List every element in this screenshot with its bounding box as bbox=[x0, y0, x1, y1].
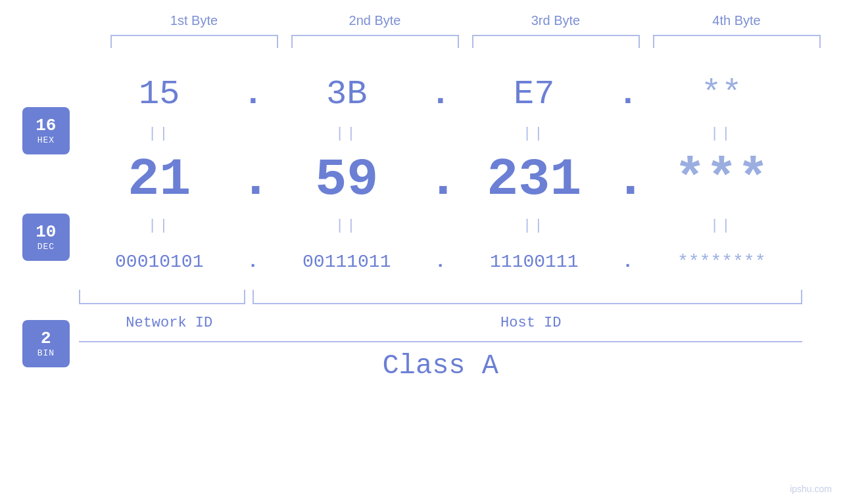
bracket-top-3 bbox=[472, 35, 640, 55]
bin-row: 00010101 . 00111011 . 11100111 . *******… bbox=[79, 239, 802, 285]
dec-dot3: . bbox=[615, 150, 641, 210]
byte-headers: 1st Byte 2nd Byte 3rd Byte 4th Byte bbox=[104, 13, 827, 28]
hex-badge-label: HEX bbox=[37, 135, 55, 145]
badges-column: 16 HEX 10 DEC 2 BIN bbox=[0, 68, 79, 382]
bin-b4: ******** bbox=[641, 252, 802, 272]
byte1-header: 1st Byte bbox=[104, 13, 285, 28]
dec-badge-number: 10 bbox=[36, 223, 56, 242]
equals-row-2: || || || || bbox=[79, 212, 802, 239]
hex-badge-number: 16 bbox=[36, 116, 56, 135]
eq1-b1: || bbox=[79, 126, 240, 142]
hex-dot1: . bbox=[240, 75, 266, 114]
class-label: Class A bbox=[79, 350, 802, 382]
dec-dot2: . bbox=[427, 150, 454, 210]
hex-dot2: . bbox=[427, 75, 454, 114]
bin-badge-label: BIN bbox=[37, 348, 55, 358]
id-labels: Network ID Host ID bbox=[79, 315, 802, 331]
eq2-b4: || bbox=[641, 218, 802, 234]
hex-dot3: . bbox=[615, 75, 641, 114]
dec-dot1: . bbox=[240, 150, 266, 210]
bin-badge: 2 BIN bbox=[22, 320, 70, 367]
content-section: 16 HEX 10 DEC 2 BIN 15 . 3B . E7 bbox=[0, 68, 845, 382]
hex-row: 15 . 3B . E7 . ** bbox=[79, 68, 802, 120]
eq2-b3: || bbox=[454, 218, 615, 234]
bin-dot3: . bbox=[615, 252, 641, 272]
dec-badge: 10 DEC bbox=[22, 214, 70, 261]
eq1-b4: || bbox=[641, 126, 802, 142]
top-brackets bbox=[104, 35, 827, 55]
dec-row: 21 . 59 . 231 . *** bbox=[79, 147, 802, 212]
byte3-header: 3rd Byte bbox=[466, 13, 646, 28]
dec-badge-label: DEC bbox=[37, 242, 55, 252]
hex-b4: ** bbox=[641, 75, 802, 114]
dec-b2: 59 bbox=[266, 150, 427, 210]
bin-b1: 00010101 bbox=[79, 252, 240, 272]
hex-b1: 15 bbox=[79, 75, 240, 114]
bin-b2: 00111011 bbox=[266, 252, 427, 272]
eq2-b2: || bbox=[266, 218, 427, 234]
eq1-b2: || bbox=[266, 126, 427, 142]
byte2-header: 2nd Byte bbox=[285, 13, 466, 28]
bin-b3: 11100111 bbox=[454, 252, 615, 272]
bin-badge-number: 2 bbox=[41, 329, 51, 348]
hex-b2: 3B bbox=[266, 75, 427, 114]
host-id-label: Host ID bbox=[260, 315, 802, 331]
bracket-top-2 bbox=[291, 35, 459, 55]
bracket-top-4 bbox=[653, 35, 821, 55]
class-line bbox=[79, 341, 802, 342]
bin-dot1: . bbox=[240, 252, 266, 272]
network-id-label: Network ID bbox=[79, 315, 260, 331]
dec-b4: *** bbox=[641, 150, 802, 210]
bottom-brackets bbox=[79, 290, 802, 309]
dec-b1: 21 bbox=[79, 150, 240, 210]
hex-badge: 16 HEX bbox=[22, 107, 70, 154]
byte4-header: 4th Byte bbox=[646, 13, 827, 28]
equals-row-1: || || || || bbox=[79, 120, 802, 147]
all-rows: 15 . 3B . E7 . ** || || || || 21 bbox=[79, 68, 845, 382]
bin-dot2: . bbox=[427, 252, 454, 272]
eq2-b1: || bbox=[79, 218, 240, 234]
watermark: ipshu.com bbox=[790, 484, 832, 494]
main-container: 1st Byte 2nd Byte 3rd Byte 4th Byte 16 H… bbox=[0, 0, 845, 504]
network-bracket bbox=[79, 290, 245, 304]
dec-b3: 231 bbox=[454, 150, 615, 210]
eq1-b3: || bbox=[454, 126, 615, 142]
bracket-top-1 bbox=[110, 35, 278, 55]
host-bracket bbox=[253, 290, 802, 304]
hex-b3: E7 bbox=[454, 75, 615, 114]
